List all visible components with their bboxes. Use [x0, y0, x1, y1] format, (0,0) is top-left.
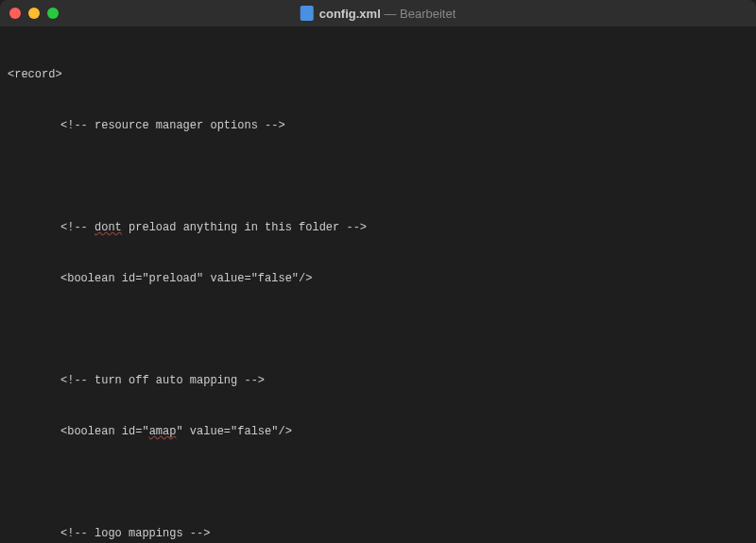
code-line: <!-- resource manager options -->	[60, 117, 748, 134]
window-titlebar: config.xml — Bearbeitet	[0, 0, 756, 26]
document-icon	[301, 6, 314, 21]
code-line: <!-- turn off auto mapping -->	[60, 372, 748, 389]
maximize-button[interactable]	[47, 8, 59, 19]
code-line: <boolean id="amap" value="false"/>	[60, 423, 748, 440]
code-line: <record>	[8, 66, 748, 83]
blank-line	[8, 474, 748, 491]
close-button[interactable]	[9, 8, 21, 19]
filename-label: config.xml	[319, 7, 381, 21]
text-editor[interactable]: <record> <!-- resource manager options -…	[0, 26, 756, 543]
code-line: <boolean id="preload" value="false"/>	[60, 270, 748, 287]
code-line: <!-- dont preload anything in this folde…	[60, 219, 748, 236]
edited-label: — Bearbeitet	[384, 7, 455, 21]
window-title: config.xml — Bearbeitet	[301, 6, 456, 21]
blank-line	[8, 168, 748, 185]
code-line: <!-- logo mappings -->	[60, 525, 748, 542]
traffic-lights	[9, 8, 59, 19]
minimize-button[interactable]	[28, 8, 40, 19]
blank-line	[8, 321, 748, 338]
